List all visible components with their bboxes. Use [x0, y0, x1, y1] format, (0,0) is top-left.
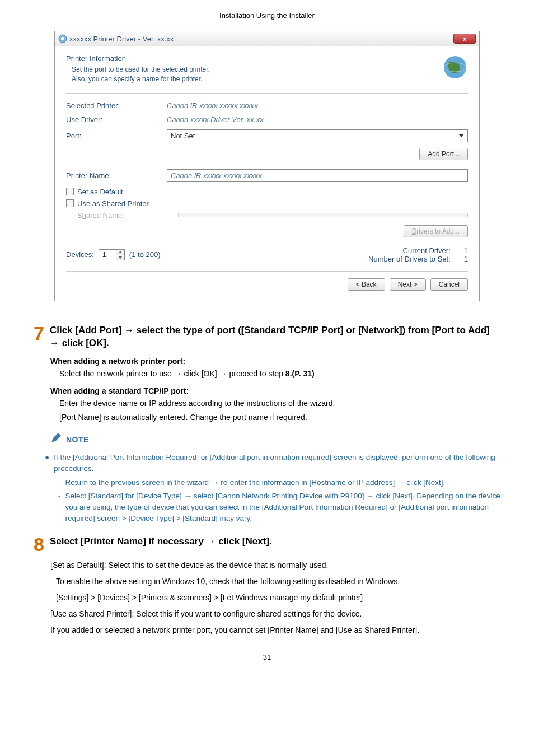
label-devices: Devices: — [66, 250, 94, 259]
note-dash-1: - Return to the previous screen in the w… — [58, 477, 500, 488]
port-value: Not Set — [171, 132, 195, 140]
step8-p3: [Settings] > [Devices] > [Printers & sca… — [56, 592, 500, 604]
step7-sub2-body1: Enter the device name or IP address acco… — [59, 398, 500, 409]
label-selected-printer: Selected Printer: — [66, 101, 167, 110]
printer-driver-dialog: xxxxxx Printer Driver - Ver. xx.xx x Pri… — [54, 31, 480, 301]
section-subtitle: Set the port to be used for the selected… — [72, 65, 210, 84]
value-num-drivers: 1 — [464, 255, 468, 263]
label-shared-name: Shared Name: — [77, 211, 178, 220]
next-button[interactable]: Next > — [390, 278, 426, 291]
shared-printer-checkbox[interactable] — [66, 199, 74, 207]
set-default-checkbox[interactable] — [66, 188, 74, 195]
label-current-driver: Current Driver: — [403, 246, 451, 255]
devices-range: (1 to 200) — [129, 250, 161, 259]
printer-name-input[interactable]: Canon iR xxxxx xxxxx xxxxx — [167, 169, 468, 182]
close-button[interactable]: x — [453, 34, 476, 44]
dialog-title: xxxxxx Printer Driver - Ver. xx.xx — [69, 35, 174, 43]
step-8-title: Select [Printer Name] if necessary → cli… — [50, 535, 272, 554]
step8-p1: [Set as Default]: Select this to set the… — [50, 559, 500, 571]
port-dropdown[interactable]: Not Set — [167, 129, 468, 142]
app-icon — [58, 34, 67, 43]
add-port-button[interactable]: Add Port... — [419, 148, 468, 160]
step8-p4: [Use as Shared Printer]: Select this if … — [50, 608, 500, 620]
spinner-down[interactable] — [116, 255, 124, 260]
note-header: NOTE — [50, 432, 500, 446]
step7-sub2-head: When adding a standard TCP/IP port: — [50, 386, 500, 395]
step7-sub1-body: Select the network printer to use → clic… — [59, 368, 500, 380]
step-8: 8 Select [Printer Name] if necessary → c… — [34, 535, 500, 554]
label-shared-printer: Use as Shared Printer — [77, 199, 149, 208]
spinner-up[interactable] — [116, 250, 124, 255]
label-num-drivers: Number of Drivers to Set: — [368, 255, 451, 263]
label-port: Port: — [66, 132, 167, 140]
chevron-down-icon — [458, 134, 464, 137]
page-number: 31 — [34, 653, 500, 661]
devices-value: 1 — [102, 250, 116, 259]
svg-point-1 — [61, 37, 64, 40]
cancel-button[interactable]: Cancel — [430, 278, 468, 291]
step-number-8: 8 — [34, 535, 44, 554]
value-selected-printer: Canon iR xxxxx xxxxx xxxxx — [167, 101, 468, 110]
shared-name-input — [178, 213, 468, 217]
note-label: NOTE — [66, 435, 89, 444]
label-use-driver: Use Driver: — [66, 115, 167, 124]
step-7-title: Click [Add Port] → select the type of po… — [50, 324, 500, 351]
label-printer-name: Printer Name: — [66, 171, 167, 180]
step-7: 7 Click [Add Port] → select the type of … — [34, 324, 500, 351]
note-dash-2: - Select [Standard] for [Device Type] → … — [58, 491, 500, 525]
value-use-driver: Canon xxxxx Driver Ver. xx.xx — [167, 115, 468, 124]
section-title: Printer Information — [66, 54, 210, 63]
label-set-default: Set as Default — [77, 188, 123, 196]
step8-p5: If you added or selected a network print… — [50, 624, 500, 636]
note-bullet-1: ● If the [Additional Port Information Re… — [45, 452, 500, 475]
back-button[interactable]: < Back — [348, 278, 385, 291]
devices-spinner[interactable]: 1 — [99, 249, 125, 260]
step7-sub2-body2: [Port Name] is automatically entered. Ch… — [59, 412, 500, 423]
step-number-7: 7 — [34, 324, 44, 351]
step8-p2: To enable the above setting in Windows 1… — [56, 576, 500, 587]
pencil-icon — [50, 432, 62, 446]
titlebar: xxxxxx Printer Driver - Ver. xx.xx x — [55, 31, 479, 46]
value-current-driver: 1 — [464, 246, 468, 255]
close-icon: x — [463, 35, 466, 42]
globe-icon — [442, 54, 468, 80]
page-header: Installation Using the Installer — [34, 11, 500, 20]
step7-sub1-head: When adding a network printer port: — [50, 357, 500, 366]
drivers-to-add-button: Drivers to Add... — [404, 225, 468, 237]
